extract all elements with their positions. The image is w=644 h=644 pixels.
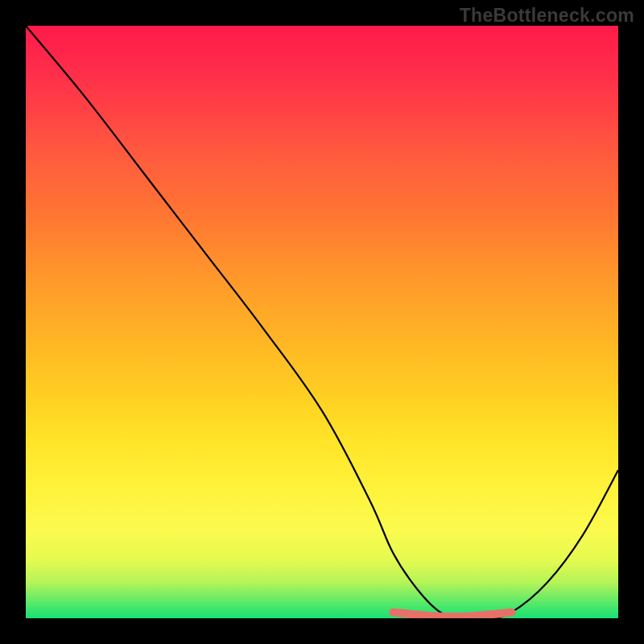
curve-svg bbox=[26, 26, 618, 618]
highlight-band-path bbox=[393, 613, 511, 617]
chart-area bbox=[26, 26, 618, 618]
watermark-text: TheBottleneck.com bbox=[460, 5, 634, 27]
bottleneck-curve-path bbox=[26, 26, 618, 618]
